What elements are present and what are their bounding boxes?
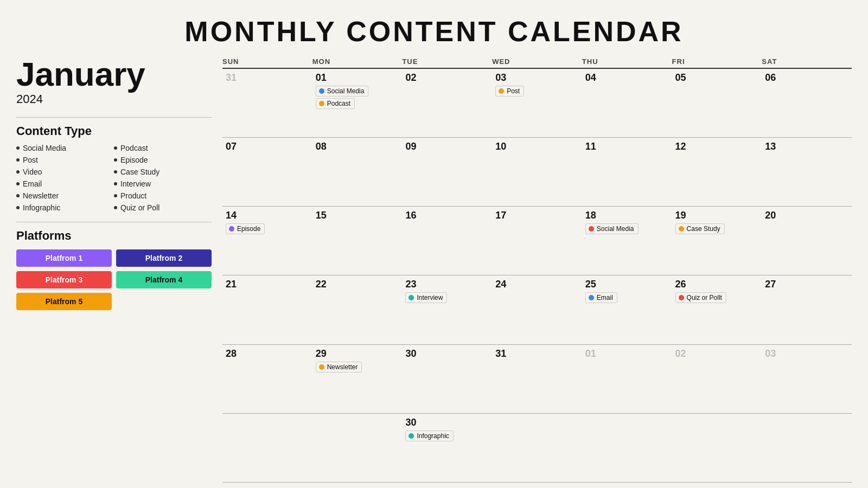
calendar-cell: 18Social Media [582, 207, 672, 275]
event-dot [589, 226, 594, 232]
calendar-day-name: MON [312, 57, 403, 69]
calendar-cell: 21 [222, 275, 312, 344]
calendar-cell [762, 414, 852, 483]
calendar-date: 02 [675, 348, 759, 359]
platform-badge[interactable]: Platfrom 5 [16, 293, 112, 310]
event-badge: Email [585, 292, 617, 303]
event-badge: Podcast [316, 98, 355, 109]
calendar-date: 11 [585, 141, 669, 152]
calendar-cell: 30 [402, 345, 492, 414]
calendar-date: 14 [226, 210, 309, 221]
calendar-date: 13 [765, 141, 848, 152]
calendar-cell [312, 414, 403, 483]
calendar-cell: 17 [492, 207, 582, 275]
calendar-date: 03 [765, 348, 848, 359]
sidebar: January 2024 Content Type Social MediaPo… [16, 57, 222, 483]
event-dot [589, 295, 594, 300]
calendar-date: 01 [316, 72, 399, 84]
event-badge: Post [495, 86, 524, 97]
calendar-cell: 03 [762, 345, 852, 414]
calendar-date: 16 [405, 210, 489, 221]
event-badge: Case Study [675, 223, 725, 234]
calendar-date: 04 [585, 72, 669, 84]
calendar-cell: 10 [492, 138, 582, 207]
event-badge: Social Media [585, 223, 639, 234]
calendar-cell: 27 [762, 275, 852, 344]
calendar-cell: 12 [672, 138, 762, 207]
calendar-date: 24 [495, 279, 579, 290]
content-type-item: Post [16, 156, 114, 164]
calendar-cell: 31 [222, 69, 312, 138]
calendar-day-name: SUN [222, 57, 312, 69]
calendar-date: 25 [585, 279, 669, 290]
event-badge: Infographic [405, 431, 453, 441]
event-label: Infographic [417, 432, 449, 440]
event-badge: Episode [226, 223, 265, 234]
calendar-cell [672, 414, 762, 483]
content-type-item: Product [114, 191, 212, 200]
calendar-cell: 19Case Study [672, 207, 762, 275]
bullet [16, 194, 20, 197]
event-badge: Quiz or Pollt [675, 292, 726, 303]
platform-badge[interactable]: Platfrom 1 [16, 249, 112, 267]
calendar-date: 15 [316, 210, 399, 221]
calendar-date: 26 [675, 279, 759, 290]
calendar-header: SUNMONTUEWEDTHUFRISAT [222, 57, 852, 69]
calendar-cell: 16 [402, 207, 492, 275]
calendar-cell: 24 [492, 275, 582, 344]
calendar-date: 05 [675, 72, 759, 84]
calendar: SUNMONTUEWEDTHUFRISAT 3101Social MediaPo… [222, 57, 852, 483]
calendar-cell: 05 [672, 69, 762, 138]
calendar-cell: 28 [222, 345, 312, 414]
calendar-date: 06 [765, 72, 848, 84]
month-label: January [16, 57, 212, 91]
calendar-cell: 06 [762, 69, 852, 138]
content-type-item: Quiz or Poll [114, 203, 212, 212]
calendar-cell: 04 [582, 69, 672, 138]
platform-badge[interactable]: Platfrom 2 [116, 249, 212, 267]
event-dot [499, 88, 504, 94]
calendar-cell: 02 [672, 345, 762, 414]
bullet [114, 182, 117, 185]
divider-1 [16, 117, 212, 118]
calendar-day-name: TUE [402, 57, 492, 69]
calendar-date: 30 [405, 348, 489, 359]
calendar-date: 08 [316, 141, 399, 152]
calendar-date: 01 [585, 348, 669, 359]
year-label: 2024 [16, 92, 212, 106]
calendar-cell: 22 [312, 275, 403, 344]
calendar-cell: 29Newsletter [312, 345, 403, 414]
calendar-day-name: FRI [672, 57, 762, 69]
event-dot [319, 101, 324, 106]
bullet [114, 206, 117, 209]
content-type-item: Case Study [114, 168, 212, 176]
calendar-cell: 15 [312, 207, 403, 275]
calendar-date: 21 [226, 279, 309, 290]
bullet [16, 206, 20, 209]
bullet [114, 158, 117, 162]
event-label: Email [597, 294, 613, 301]
event-dot [319, 88, 324, 94]
event-dot [409, 295, 414, 300]
calendar-date: 28 [226, 348, 309, 359]
calendar-date: 10 [495, 141, 579, 152]
calendar-cell: 13 [762, 138, 852, 207]
calendar-day-name: WED [492, 57, 582, 69]
platforms-heading: Platforms [16, 229, 212, 243]
content-type-item: Interview [114, 179, 212, 188]
event-dot [319, 364, 324, 370]
calendar-date: 19 [675, 210, 759, 221]
event-label: Post [507, 87, 520, 95]
calendar-date: 07 [226, 141, 309, 152]
platform-badge[interactable]: Platfrom 3 [16, 271, 112, 288]
calendar-cell: 08 [312, 138, 403, 207]
calendar-date: 18 [585, 210, 669, 221]
platform-badge[interactable]: Platfrom 4 [116, 271, 212, 288]
page-title: MONTHLY CONTENT CALENDAR [184, 15, 683, 48]
calendar-grid: 3101Social MediaPodcast0203Post040506070… [222, 69, 852, 483]
calendar-cell: 07 [222, 138, 312, 207]
content-type-grid: Social MediaPodcastPostEpisodeVideoCase … [16, 144, 212, 212]
content-type-item: Email [16, 179, 114, 188]
calendar-date: 20 [765, 210, 848, 221]
content-type-item: Episode [114, 156, 212, 164]
